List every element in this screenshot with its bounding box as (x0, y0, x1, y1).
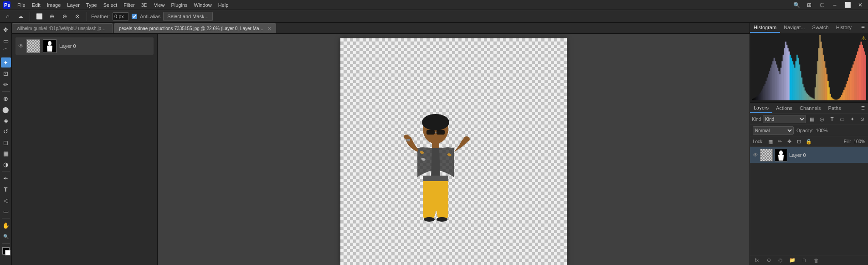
minimize-btn[interactable]: – (830, 0, 840, 10)
shape-tool[interactable]: ▭ (1, 206, 11, 216)
filter-shape-btn[interactable]: ▭ (838, 115, 846, 123)
search-icon-btn[interactable]: 🔍 (791, 0, 801, 10)
panel-menu-btn[interactable]: ☰ (858, 23, 868, 33)
tab-paths[interactable]: Paths (825, 104, 845, 113)
histogram-panel: Histogram Navigat... Swatch History ☰ ⚠ (750, 23, 868, 103)
select-rect-tool[interactable]: ▭ (1, 36, 11, 46)
tab-histogram[interactable]: Histogram (750, 23, 780, 33)
layer-list: 👁 Layer 0 (750, 147, 868, 255)
tab-actions[interactable]: Actions (772, 104, 796, 113)
kind-select[interactable]: Kind (763, 115, 806, 123)
tab-channels[interactable]: Channels (796, 104, 824, 113)
home-btn[interactable]: ⌂ (3, 11, 13, 21)
blend-mode-select[interactable]: Normal Dissolve Multiply Screen (753, 126, 794, 135)
lock-all-btn[interactable]: 🔒 (805, 137, 813, 145)
feather-input[interactable] (113, 12, 129, 21)
filter-type-btn[interactable]: T (828, 115, 836, 123)
menu-layer[interactable]: Layer (64, 1, 82, 9)
background-color[interactable] (5, 250, 10, 255)
blend-row: Normal Dissolve Multiply Screen Opacity:… (750, 125, 868, 136)
tab-swatch[interactable]: Swatch (809, 23, 832, 33)
path-select-tool[interactable]: ◁ (1, 195, 11, 205)
restore-btn[interactable]: ⬜ (842, 0, 853, 10)
filter-smart-btn[interactable]: ✦ (848, 115, 856, 123)
svg-rect-10 (406, 139, 410, 141)
magic-wand-tool[interactable]: ✦ (1, 57, 11, 68)
opacity-label: Opacity: (796, 128, 813, 133)
foreground-color[interactable] (2, 247, 10, 255)
menu-select[interactable]: Select (101, 1, 120, 9)
canvas-viewport: 👁 Layer 0 (12, 34, 750, 265)
toolbar-sep-4 (2, 243, 10, 244)
menu-filter[interactable]: Filter (121, 1, 137, 9)
tab-1[interactable]: wilhelm-gunkel-rD1pJwWpbU-unsplash.jpg @… (12, 23, 113, 33)
right-panel: Histogram Navigat... Swatch History ☰ ⚠ … (750, 23, 868, 265)
adjustment-btn[interactable]: ◎ (776, 255, 786, 265)
cloud-btn[interactable]: ☁ (15, 11, 26, 21)
lock-position-btn[interactable]: ✥ (786, 137, 794, 145)
menu-3d[interactable]: 3D (139, 1, 150, 9)
dodge-tool[interactable]: ◑ (1, 159, 11, 169)
menu-edit[interactable]: Edit (29, 1, 43, 9)
menu-view[interactable]: View (151, 1, 168, 9)
add-btn[interactable]: ⊕ (47, 11, 57, 21)
lock-artboard-btn[interactable]: ⊡ (795, 137, 803, 145)
menu-type[interactable]: Type (83, 1, 100, 9)
toolbar-sep-2 (2, 171, 10, 171)
add-mask-btn[interactable]: ⊙ (764, 255, 774, 265)
brush-tool[interactable]: ⬤ (1, 104, 11, 114)
menu-file[interactable]: File (15, 1, 28, 9)
gradient-tool[interactable]: ▦ (1, 148, 11, 158)
layers-menu-btn[interactable]: ☰ (858, 103, 868, 113)
filter-pixel-btn[interactable]: ▦ (808, 115, 816, 123)
layer-thumb-mask (775, 149, 787, 161)
toolbar-sep-1 (2, 91, 10, 92)
clone-tool[interactable]: ◈ (1, 115, 11, 125)
type-tool[interactable]: T (1, 184, 11, 194)
filter-adj-btn[interactable]: ◎ (818, 115, 826, 123)
move-tool[interactable]: ✥ (1, 25, 11, 35)
arrange-icon-btn[interactable]: ⬡ (817, 0, 827, 10)
select-and-mask-btn[interactable]: Select and Mask... (163, 12, 213, 21)
menu-help[interactable]: Help (216, 1, 231, 9)
menu-image[interactable]: Image (44, 1, 64, 9)
layer-item-0[interactable]: 👁 Layer 0 (750, 147, 868, 163)
zoom-tool[interactable]: 🔍 (1, 231, 11, 241)
spot-heal-tool[interactable]: ⊕ (1, 94, 11, 104)
eyedropper-tool[interactable]: ✏ (1, 79, 11, 89)
history-brush-tool[interactable]: ↺ (1, 126, 11, 136)
group-btn[interactable]: 📁 (787, 255, 797, 265)
lock-image-btn[interactable]: ✏ (776, 137, 784, 145)
layer-visibility-icon[interactable]: 👁 (753, 152, 758, 158)
pen-tool[interactable]: ✒ (1, 173, 11, 183)
tab-2[interactable]: pexels-rodnae-productions-7335155.jpg @ … (114, 23, 276, 33)
fx-btn[interactable]: fx (752, 255, 762, 265)
tab-history[interactable]: History (832, 23, 855, 33)
filter-toggle-btn[interactable]: ⊙ (858, 115, 866, 123)
app-logo: Ps (3, 1, 11, 9)
intersect-btn[interactable]: ⊗ (72, 11, 82, 21)
new-layer-btn[interactable]: 🗋 (799, 255, 809, 265)
svg-point-17 (779, 151, 783, 155)
menu-window[interactable]: Window (191, 1, 215, 9)
mini-layer-eye[interactable]: 👁 (18, 43, 24, 49)
hand-tool[interactable]: ✋ (1, 220, 11, 230)
options-bar: ⌂ ☁ ⬜ ⊕ ⊖ ⊗ Feather: Anti-alias Select a… (0, 10, 868, 23)
tab-layers[interactable]: Layers (750, 103, 772, 113)
eraser-tool[interactable]: ◻ (1, 137, 11, 147)
delete-layer-btn[interactable]: 🗑 (811, 255, 821, 265)
subtract-btn[interactable]: ⊖ (60, 11, 70, 21)
workspace-icon-btn[interactable]: ⊞ (804, 0, 814, 10)
close-btn[interactable]: ✕ (855, 0, 865, 10)
crop-tool[interactable]: ⊡ (1, 68, 11, 78)
lock-transparent-btn[interactable]: ▦ (766, 137, 775, 145)
tab-1-label: wilhelm-gunkel-rD1pJwWpbU-unsplash.jpg @… (17, 26, 108, 31)
rect-select-btn[interactable]: ⬜ (34, 11, 44, 21)
tab-2-close[interactable]: ✕ (267, 26, 271, 31)
mini-layer-row[interactable]: 👁 Layer 0 (15, 37, 154, 55)
main-canvas[interactable] (158, 34, 750, 265)
anti-alias-checkbox[interactable] (132, 14, 137, 19)
tab-navigator[interactable]: Navigat... (780, 23, 808, 33)
menu-plugins[interactable]: Plugins (168, 1, 190, 9)
lasso-tool[interactable]: ⌒ (1, 47, 11, 57)
